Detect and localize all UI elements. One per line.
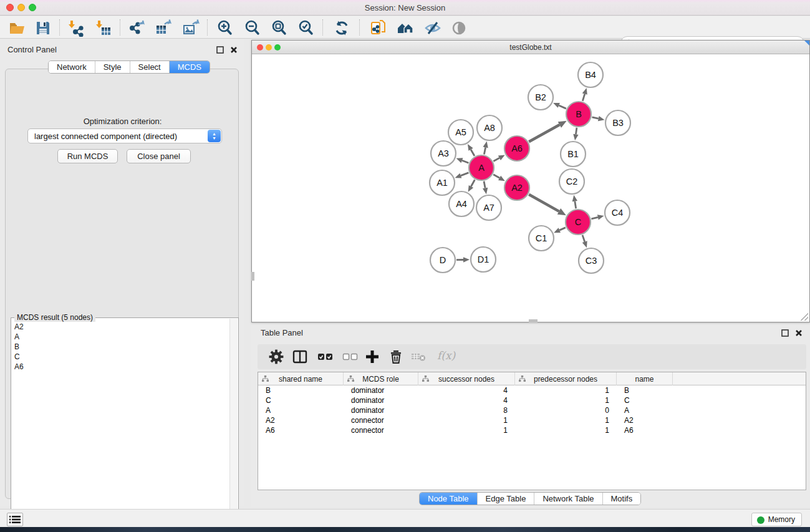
close-panel-button[interactable]: Close panel: [127, 149, 191, 163]
edge-arrowhead-icon: [582, 241, 587, 248]
mcds-result-group: MCDS result (5 nodes) A2ABCA6: [11, 317, 239, 528]
export-image-icon[interactable]: [182, 19, 200, 37]
table-body: Bdominator41BCdominator41CAdominator80AA…: [258, 386, 806, 436]
optimization-criterion-label: Optimization criterion:: [6, 117, 239, 126]
toolbar-separator: [322, 19, 323, 36]
function-builder-icon[interactable]: f(x): [437, 349, 455, 362]
graph-edge-A-A7[interactable]: [484, 181, 485, 188]
table-row[interactable]: A2connector11A2: [258, 416, 806, 426]
selected-option: largest connected component (directed): [34, 132, 177, 141]
table-row[interactable]: A6connector11A6: [258, 426, 806, 436]
tab-select[interactable]: Select: [130, 61, 169, 73]
graph-edge-A6-B[interactable]: [529, 125, 559, 142]
split-view-icon[interactable]: [292, 349, 309, 364]
show-graphics-icon[interactable]: [450, 19, 468, 37]
graph-edge-A2-C[interactable]: [529, 195, 559, 211]
tab-node-table[interactable]: Node Table: [420, 493, 477, 505]
result-list-item[interactable]: A2: [12, 322, 229, 332]
table-cell: A6: [258, 426, 344, 436]
graph-edge-B-B2[interactable]: [559, 105, 566, 109]
add-column-icon[interactable]: [365, 349, 381, 364]
gear-icon[interactable]: [269, 349, 285, 364]
table-row[interactable]: Bdominator41B: [258, 386, 806, 396]
resize-grip-icon[interactable]: [801, 313, 808, 321]
float-panel-icon[interactable]: [216, 45, 225, 54]
result-scrollbar[interactable]: [229, 319, 238, 527]
graph-edge-A-A3[interactable]: [462, 160, 468, 163]
clone-network-icon[interactable]: [369, 19, 387, 37]
import-table-icon[interactable]: [94, 19, 112, 37]
float-table-panel-icon[interactable]: [781, 328, 790, 337]
graph-node-label: A4: [456, 199, 467, 209]
graph-edge-C-C4[interactable]: [591, 217, 597, 218]
graph-edge-C-C1[interactable]: [559, 228, 566, 230]
node-table: shared nameMCDS rolesuccessor nodesprede…: [258, 372, 806, 490]
column-header-shared-name[interactable]: shared name: [258, 372, 344, 385]
result-list-item[interactable]: A6: [12, 362, 229, 372]
graph-edge-A-A1[interactable]: [461, 173, 469, 176]
tab-edge-table[interactable]: Edge Table: [477, 493, 534, 505]
column-header-successor-nodes[interactable]: successor nodes: [418, 372, 515, 385]
save-session-icon[interactable]: [34, 19, 52, 37]
tab-network-table[interactable]: Network Table: [534, 493, 602, 505]
tab-style[interactable]: Style: [95, 61, 130, 73]
delete-column-icon[interactable]: [388, 349, 405, 364]
table-cell: 1: [515, 416, 617, 426]
result-list-item[interactable]: A: [12, 332, 229, 342]
graph-edge-A-A4[interactable]: [471, 180, 475, 186]
network-window-titlebar[interactable]: testGlobe.txt: [252, 41, 809, 54]
edge-arrowhead-icon: [483, 142, 488, 148]
graph-edge-C-C2[interactable]: [575, 201, 576, 209]
network-graph-canvas[interactable]: B4B2BB3A8A5A6A3B1AC2A1A2A4A7C4CC1D1DC3: [252, 54, 809, 322]
select-all-icon[interactable]: [317, 349, 334, 364]
close-table-panel-icon[interactable]: [795, 328, 804, 337]
graph-edge-A-A8[interactable]: [484, 147, 485, 154]
graph-node-label: C3: [586, 256, 597, 266]
splitter-handle-left[interactable]: [251, 272, 254, 281]
tab-network[interactable]: Network: [49, 61, 95, 73]
graph-node-label: B1: [567, 149, 579, 159]
session-home-icon[interactable]: [397, 19, 414, 37]
graph-edge-A-A6[interactable]: [493, 158, 499, 161]
table-row[interactable]: Cdominator41C: [258, 396, 806, 406]
task-history-button[interactable]: [7, 513, 23, 526]
result-list-item[interactable]: C: [12, 352, 229, 362]
run-mcds-button[interactable]: Run MCDS: [57, 149, 118, 163]
zoom-out-icon[interactable]: [244, 19, 261, 37]
import-network-icon[interactable]: [67, 19, 84, 37]
memory-button[interactable]: Memory: [751, 513, 802, 526]
mcds-result-list[interactable]: A2ABCA6: [12, 322, 229, 372]
optimization-criterion-select[interactable]: largest connected component (directed) ▲…: [27, 128, 222, 143]
graph-edge-B-B3[interactable]: [592, 117, 598, 118]
table-cell: 4: [418, 396, 515, 406]
result-list-item[interactable]: B: [12, 342, 229, 352]
table-row[interactable]: Adominator80A: [258, 406, 806, 416]
splitter-handle-bottom[interactable]: [529, 319, 538, 322]
graph-edge-B-B1[interactable]: [576, 128, 576, 135]
export-table-icon[interactable]: [155, 19, 172, 37]
delete-table-icon[interactable]: [411, 349, 427, 364]
column-header-name[interactable]: name: [617, 372, 673, 385]
close-panel-icon[interactable]: [230, 45, 239, 54]
export-network-icon[interactable]: [128, 19, 145, 37]
deselect-all-icon[interactable]: [342, 349, 359, 364]
hide-panel-icon[interactable]: [424, 19, 441, 37]
tab-mcds[interactable]: MCDS: [169, 61, 210, 73]
zoom-in-icon[interactable]: [216, 19, 234, 37]
table-header-row[interactable]: shared nameMCDS rolesuccessor nodesprede…: [258, 372, 806, 385]
graph-edge-B-B4[interactable]: [582, 94, 584, 101]
graph-node-label: A5: [455, 127, 466, 137]
zoom-fit-icon[interactable]: [271, 19, 288, 37]
graph-edge-A-A2[interactable]: [493, 175, 499, 178]
graph-edge-A-A5[interactable]: [471, 150, 475, 156]
zoom-selected-icon[interactable]: [297, 19, 315, 37]
network-window-title: testGlobe.txt: [252, 43, 809, 52]
table-cell: C: [617, 396, 673, 406]
column-header-predecessor-nodes[interactable]: predecessor nodes: [515, 372, 617, 385]
tab-motifs[interactable]: Motifs: [602, 493, 641, 505]
graph-edge-C-C3[interactable]: [582, 235, 585, 242]
column-header-MCDS-role[interactable]: MCDS role: [344, 372, 418, 385]
open-file-icon[interactable]: [8, 19, 26, 37]
table-cell: A: [258, 406, 344, 416]
refresh-icon[interactable]: [333, 19, 350, 37]
